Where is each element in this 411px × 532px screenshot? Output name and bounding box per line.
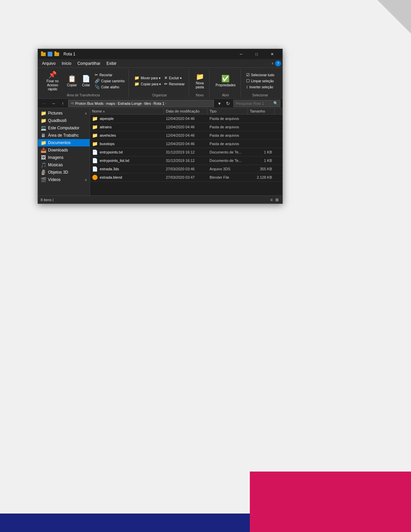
entrypoints-list-size: 1 KB [248,157,275,164]
menu-compartilhar[interactable]: Compartilhar [75,60,103,67]
column-header-size[interactable]: Tamanho [248,108,275,114]
estrada-blend-type: Blender File [208,174,248,181]
open-group-label: Abrir [222,93,229,97]
aivehicles-size [248,134,275,137]
ribbon-select-small: ☑ Selecionar tudo ☐ Limpar seleção ↕ Inv… [245,72,276,90]
sidebar-item-computer[interactable]: 💻 Este Computador [38,124,90,132]
ribbon-new-folder-button[interactable]: 📁 Novapasta [193,71,207,91]
file-list: Nome ∧ Data de modificação Tipo Tamanho … [90,108,282,195]
aipeople-date: 12/04/2020 04:46 [164,115,208,122]
ribbon-collapse-button[interactable]: ∧ [271,61,274,65]
column-header-name[interactable]: Nome ∧ [90,108,164,114]
status-text: 8 itens | [41,198,53,202]
maximize-button[interactable]: □ [249,49,264,59]
ribbon-paste-button[interactable]: 📄 Colar [79,73,93,89]
ribbon-invert-button[interactable]: ↕ Inverter seleção [245,84,275,90]
nav-forward-button[interactable]: → [49,101,57,106]
nav-back-button[interactable]: ← [40,101,48,106]
ribbon-group-new: 📁 Novapasta Novo [193,69,210,97]
estrada3ds-type: Arquivo 3DS [208,166,248,172]
path-segment-1[interactable]: Proton Bus Mods [75,101,103,105]
imagens-icon: 🖼 [41,155,46,160]
file-row-estrada-blend[interactable]: 🟠 estrada.blend 27/03/2020 03:47 Blender… [90,173,282,182]
title-bar: Rota 1 ─ □ ✕ [38,49,282,59]
window-title: Rota 1 [63,52,231,56]
sidebar-item-desktop[interactable]: 🖥 Área de Trabalhc [38,132,90,139]
entrypoints-name: entrypoints.txt [100,150,123,154]
path-segment-2[interactable]: maps [106,101,115,105]
file-row-estrada3ds[interactable]: 📄 estrada.3ds 27/03/2020 03:46 Arquivo 3… [90,165,282,173]
copy-icon: 📋 [68,75,76,83]
view-large-icons-button[interactable]: ⊞ [274,197,280,202]
ribbon-delete-button[interactable]: ✕ Excluir ▾ [163,75,183,81]
path-segment-5[interactable]: Rota 1 [153,101,164,105]
ribbon-delete-rename: ✕ Excluir ▾ ✏ Renomear [163,75,186,87]
file-row-busstops[interactable]: 📁 busstops 12/04/2020 04:46 Pasta de arq… [90,140,282,148]
file-name-aitrains: 📁 aitrains [90,123,164,131]
sidebar-item-documentos[interactable]: 📁 Documentos [38,139,90,146]
refresh-button[interactable]: ↻ [224,101,232,106]
ribbon-copy-path-button[interactable]: 🔗 Copiar caminho [93,78,126,84]
ribbon-organize-buttons: 📁 Mover para ▾ 📁 Copiar para ▾ ✕ Excluir… [133,69,186,93]
ribbon-properties-button[interactable]: ✅ Propriedades [214,73,237,89]
address-path[interactable]: ≪ Proton Bus Mods › maps › Estrada Longe… [68,100,214,107]
corner-decoration [377,0,411,34]
invert-icon: ↕ [246,85,248,89]
estrada-blend-size: 2.128 KB [248,174,275,181]
estrada3ds-icon: 📄 [92,166,98,172]
select-group-label: Selecionar [252,93,268,97]
column-header-date[interactable]: Data de modificação [164,108,208,114]
estrada3ds-size: 355 KB [248,166,275,172]
ribbon-copy-to-button[interactable]: 📁 Copiar para ▾ [133,81,162,87]
sidebar-label-imagens: Imagens [48,155,63,160]
close-button[interactable]: ✕ [264,49,280,59]
delete-icon: ✕ [164,76,168,80]
ribbon-move-button[interactable]: 📁 Mover para ▾ [133,75,162,81]
file-name-aipeople: 📁 aipeople [90,115,164,123]
nav-up-button[interactable]: ↑ [59,101,67,106]
sidebar-item-imagens[interactable]: 🖼 Imagens [38,154,90,161]
file-row-aipeople[interactable]: 📁 aipeople 12/04/2020 04:46 Pasta de arq… [90,115,282,123]
sidebar-item-pictures[interactable]: 📁 Pictures ∧ [38,109,90,117]
file-row-entrypoints-list[interactable]: 📄 entrypoints_list.txt 31/12/2019 16:12 … [90,157,282,165]
ribbon-clear-button[interactable]: ☐ Limpar seleção [245,78,275,84]
entrypoints-size: 1 KB [248,149,275,156]
menu-exibir[interactable]: Exibir [104,60,119,67]
ribbon-pin-button[interactable]: 📌 Fixar noAcesso rápido [41,69,64,93]
paste-icon: 📄 [82,75,90,83]
file-row-entrypoints[interactable]: 📄 entrypoints.txt 31/12/2019 16:12 Docum… [90,148,282,157]
path-segment-3[interactable]: Estrada Longe [118,101,142,105]
sidebar-label-videos: Vídeos [48,177,60,182]
minimize-button[interactable]: ─ [233,49,249,59]
sidebar-item-quadbus6[interactable]: 📁 Quadbus6 [38,117,90,124]
aitrains-type: Pasta de arquivos [208,124,248,130]
file-row-aitrains[interactable]: 📁 aitrains 12/04/2020 04:46 Pasta de arq… [90,123,282,131]
path-dropdown-button[interactable]: ▾ [215,101,223,106]
ribbon-cut-button[interactable]: ✂ Recortar [93,72,113,78]
ribbon-clipboard-buttons: 📌 Fixar noAcesso rápido 📋 Copiar 📄 Colar… [41,69,126,93]
ribbon-paste-shortcut-button[interactable]: 📎 Colar atalho [93,84,121,90]
menu-arquivo[interactable]: Arquivo [39,60,58,67]
objetos3d-icon: 🗿 [41,170,46,175]
sidebar-item-videos[interactable]: 🎬 Vídeos ∨ [38,176,90,183]
ribbon-copy-button[interactable]: 📋 Copiar [65,73,79,89]
help-button[interactable]: ? [275,60,281,66]
column-header-type[interactable]: Tipo [208,108,248,114]
aipeople-folder-icon: 📁 [92,116,98,121]
file-name-entrypoints: 📄 entrypoints.txt [90,148,164,156]
menu-inicio[interactable]: Início [59,60,74,67]
file-name-estrada3ds: 📄 estrada.3ds [90,165,164,173]
ribbon-select-all-button[interactable]: ☑ Selecionar tudo [245,72,276,78]
search-input[interactable] [236,101,273,105]
select-all-label: Selecionar tudo [251,73,275,77]
path-sep-1: › [104,101,105,105]
ribbon-rename-button[interactable]: ✏ Renomear [163,81,186,87]
aivehicles-type: Pasta de arquivos [208,132,248,139]
sidebar-item-downloads[interactable]: 📥 Downloads [38,146,90,154]
sidebar-item-objetos3d[interactable]: 🗿 Objetos 3D [38,169,90,176]
view-details-button[interactable]: ≡ [269,197,274,202]
file-row-aivehicles[interactable]: 📁 aivehicles 12/04/2020 04:46 Pasta de a… [90,131,282,140]
sidebar-item-musicas[interactable]: 🎵 Músicas [38,161,90,169]
path-segment-4[interactable]: tiles [144,101,151,105]
aipeople-size [248,117,275,120]
